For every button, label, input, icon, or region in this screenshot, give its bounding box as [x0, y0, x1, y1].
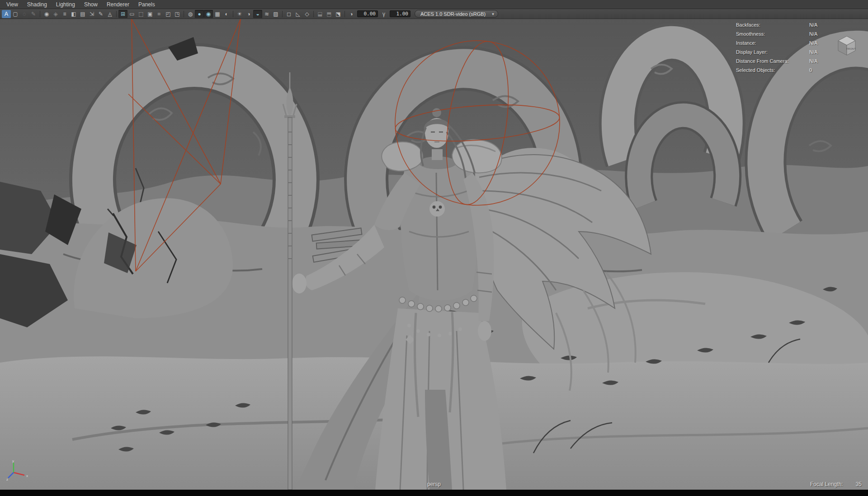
left-hand	[292, 274, 307, 293]
gamma-field[interactable]	[390, 10, 410, 17]
textured-icon[interactable]: ▦	[213, 10, 222, 18]
grid-icon[interactable]: ⊞	[118, 10, 127, 18]
hud-row: Smoothness: N/A	[736, 29, 836, 38]
toolbar-divider	[233, 11, 233, 17]
lights-icon[interactable]: ☀	[235, 10, 244, 18]
grease-pencil-icon[interactable]: ✎	[96, 10, 105, 18]
Lighting[interactable]: Lighting	[52, 0, 80, 9]
safe-title-icon[interactable]: ◳	[173, 10, 182, 18]
hud-row: Display Layer: N/A	[736, 47, 836, 57]
maya-viewport-window: View Shading Lighting Show Renderer Pane…	[0, 0, 868, 496]
panel-toolbar: A ▢ ◌ ✎ ◉ ◈ ≡ ◧ ▤ ⇲ ✎	[0, 9, 868, 19]
skull-emblem	[429, 201, 445, 217]
film-gate-icon[interactable]: ▭	[127, 10, 137, 18]
hud-row: Selected Objects: 0	[736, 66, 836, 75]
exposure-field[interactable]	[357, 10, 378, 17]
view-transform-label: ACES 1.0 SDR-video (sRGB)	[420, 11, 486, 17]
paint-select-icon[interactable]: ✎	[29, 10, 38, 18]
gamma-icon[interactable]: γ	[379, 10, 388, 18]
Renderer[interactable]: Renderer	[102, 0, 134, 9]
svg-text:x: x	[26, 474, 28, 478]
view-cube-front-label: FRONT	[846, 47, 856, 50]
select-tool-icon[interactable]: A	[2, 10, 11, 18]
viewport-3d[interactable]: Backfaces: N/A Smoothness: N/A Instance:…	[0, 19, 868, 490]
camera-name-label: persp	[0, 481, 868, 487]
frame-all-icon[interactable]: ⬔	[334, 10, 343, 18]
marquee-icon[interactable]: ▢	[11, 10, 20, 18]
hud-value: N/A	[809, 49, 836, 55]
xray-icon[interactable]: ◻	[284, 10, 293, 18]
hud-value: N/A	[809, 58, 836, 64]
toolbar-divider	[116, 11, 117, 17]
clip-plane-near-icon[interactable]: ⬓	[316, 10, 325, 18]
chevron-down-icon: ▾	[492, 12, 494, 16]
clip-plane-far-icon[interactable]: ⬒	[325, 10, 334, 18]
toolbar-divider	[282, 11, 283, 17]
gate-mask-icon[interactable]: ▣	[146, 10, 155, 18]
hud-value: N/A	[809, 31, 836, 37]
toolbar-divider	[344, 11, 345, 17]
panel-menu-bar: View Shading Lighting Show Renderer Pane…	[0, 0, 868, 9]
motion-blur-icon[interactable]: ≋	[262, 10, 271, 18]
toolbar-divider	[184, 11, 184, 17]
svg-text:y: y	[12, 460, 14, 463]
focal-length-label: Focal Length:	[810, 481, 843, 487]
toolbar-icon-group: A ▢ ◌ ✎ ◉ ◈ ≡ ◧ ▤ ⇲ ✎	[2, 10, 356, 18]
hud-label: Backfaces:	[736, 22, 809, 28]
isolate-select-icon[interactable]: ◇	[302, 10, 311, 18]
toolbar-divider	[313, 11, 314, 17]
ambient-occlusion-icon[interactable]: ◒	[253, 10, 262, 18]
hud-label: Display Layer:	[736, 49, 809, 55]
multisample-icon[interactable]: ▨	[271, 10, 280, 18]
xray-joints-icon[interactable]: ◺	[293, 10, 302, 18]
smooth-shade-icon[interactable]: ●	[195, 10, 204, 18]
hud-row: Distance From Camera: N/A	[736, 57, 836, 66]
lock-camera-icon[interactable]: ◈	[51, 10, 60, 18]
lasso-icon[interactable]: ◌	[20, 10, 29, 18]
heads-up-display: Backfaces: N/A Smoothness: N/A Instance:…	[736, 20, 836, 75]
toolbar-divider	[40, 11, 40, 17]
axis-gizmo: x y z	[6, 460, 30, 481]
snap-icon[interactable]: ◬	[105, 10, 114, 18]
hud-label: Distance From Camera:	[736, 58, 809, 64]
bookmark-icon[interactable]: ◧	[69, 10, 78, 18]
hud-label: Selected Objects:	[736, 67, 809, 73]
focal-length-hud: Focal Length: 35	[810, 481, 862, 487]
bottom-strip	[0, 490, 868, 496]
camera-attributes-icon[interactable]: ≡	[60, 10, 69, 18]
Show[interactable]: Show	[80, 0, 102, 9]
Panels[interactable]: Panels	[134, 0, 160, 9]
select-camera-icon[interactable]: ◉	[42, 10, 51, 18]
resolution-gate-icon[interactable]: ⬚	[137, 10, 146, 18]
hud-value: N/A	[809, 22, 836, 28]
focal-length-value: 35	[856, 481, 862, 487]
hud-row: Backfaces: N/A	[736, 20, 836, 29]
hud-row: Instance: N/A	[736, 38, 836, 47]
use-default-material-icon[interactable]: ◐	[222, 10, 231, 18]
field-chart-icon[interactable]: ⌗	[155, 10, 164, 18]
view-cube[interactable]: FRONT	[836, 34, 857, 56]
wireframe-on-shaded-icon[interactable]: ◉	[204, 10, 213, 18]
hud-label: Instance:	[736, 40, 809, 46]
hud-value: N/A	[809, 40, 836, 46]
svg-text:z: z	[6, 477, 8, 481]
hud-label: Smoothness:	[736, 31, 809, 37]
wireframe-icon[interactable]: ◍	[186, 10, 195, 18]
View[interactable]: View	[2, 0, 23, 9]
view-transform-dropdown[interactable]: ACES 1.0 SDR-video (sRGB) ▾	[415, 10, 498, 18]
Shading[interactable]: Shading	[23, 0, 52, 9]
hud-value: 0	[809, 67, 836, 73]
pan-zoom-icon[interactable]: ⇲	[87, 10, 96, 18]
viewport-scene-3d[interactable]	[0, 19, 868, 490]
image-plane-icon[interactable]: ▤	[78, 10, 87, 18]
safe-action-icon[interactable]: ◰	[164, 10, 173, 18]
shadows-icon[interactable]: ◑	[244, 10, 253, 18]
exposure-icon[interactable]: ◑	[347, 10, 356, 18]
